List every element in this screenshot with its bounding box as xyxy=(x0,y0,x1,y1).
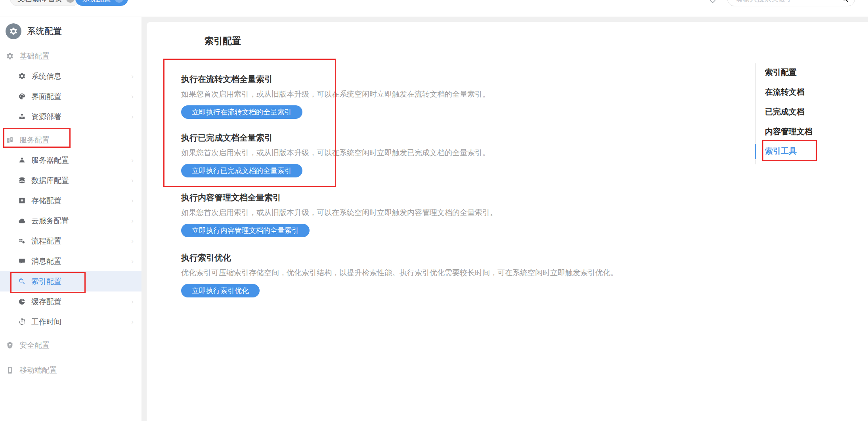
topbar: 文档编辑 首页 × 系统配置 × xyxy=(0,0,868,17)
search-icon xyxy=(18,278,26,285)
gear-icon xyxy=(6,52,14,60)
section-inflow-full-index: 执行在流转文档全量索引 如果您首次启用索引，或从旧版本升级，可以在系统空闲时立即… xyxy=(181,74,637,119)
section-description: 如果您首次启用索引，或从旧版本升级，可以在系统空闲时立即触发已完成文档的全量索引… xyxy=(181,147,637,158)
chevron-right-icon: › xyxy=(131,237,134,245)
tab-label: 文档编辑 首页 xyxy=(17,0,62,4)
shield-icon xyxy=(6,341,14,349)
chevron-down-icon[interactable] xyxy=(708,0,717,6)
chevron-right-icon: › xyxy=(131,93,134,101)
tab-system-config[interactable]: 系统配置 × xyxy=(75,0,128,6)
anchor-item-index-config[interactable]: 索引配置 xyxy=(765,67,797,77)
sidebar-item-message-config[interactable]: 消息配置› xyxy=(0,251,141,271)
mobile-icon xyxy=(6,366,14,374)
anchor-active-indicator xyxy=(755,144,756,159)
sidebar-item-index-config[interactable]: 索引配置 xyxy=(0,271,141,291)
sidebar-item-workflow-config[interactable]: 流程配置› xyxy=(0,231,141,251)
chevron-right-icon: › xyxy=(131,197,134,205)
section-heading: 执行索引优化 xyxy=(181,252,637,263)
chevron-right-icon: › xyxy=(131,177,134,185)
chevron-right-icon: › xyxy=(131,156,134,164)
run-completed-full-index-button[interactable]: 立即执行已完成文档的全量索引 xyxy=(181,164,302,177)
message-icon xyxy=(18,257,26,265)
sidebar: 系统配置 基础配置 系统信息› 界面配置› 资源部署› 服务配置 服务器配置› xyxy=(0,17,141,421)
search-icon[interactable] xyxy=(841,0,849,3)
database-icon xyxy=(18,177,26,184)
sidebar-item-resource-deploy[interactable]: 资源部署› xyxy=(0,107,141,127)
anchor-nav: 索引配置 在流转文档 已完成文档 内容管理文档 索引工具 xyxy=(755,61,842,172)
anchor-item-content-mgmt-docs[interactable]: 内容管理文档 xyxy=(765,126,813,137)
section-heading: 执行内容管理文档全量索引 xyxy=(181,192,637,203)
section-completed-full-index: 执行已完成文档全量索引 如果您首次启用索引，或从旧版本升级，可以在系统空闲时立即… xyxy=(181,132,637,177)
section-index-optimize: 执行索引优化 优化索引可压缩索引存储空间，优化索引结构，以提升检索性能。执行索引… xyxy=(181,252,637,297)
host-icon xyxy=(18,156,26,164)
timer-icon xyxy=(18,318,26,326)
sidebar-item-storage-config[interactable]: 存储配置› xyxy=(0,190,141,211)
sidebar-nav: 基础配置 系统信息› 界面配置› 资源部署› 服务配置 服务器配置› 数据库配置… xyxy=(0,45,141,380)
section-description: 优化索引可压缩索引存储空间，优化索引结构，以提升检索性能。执行索引优化需要较长时… xyxy=(181,267,637,278)
run-content-mgmt-full-index-button[interactable]: 立即执行内容管理文档的全量索引 xyxy=(181,224,310,237)
page-title: 索引配置 xyxy=(205,35,241,47)
search-input[interactable] xyxy=(728,0,841,3)
main-content: 索引配置 执行在流转文档全量索引 如果您首次启用索引，或从旧版本升级，可以在系统… xyxy=(147,22,868,421)
sidebar-title: 系统配置 xyxy=(27,25,62,37)
sidebar-item-work-time[interactable]: 工作时间› xyxy=(0,312,141,332)
section-content-mgmt-full-index: 执行内容管理文档全量索引 如果您首次启用索引，或从旧版本升级，可以在系统空闲时立… xyxy=(181,192,637,237)
palette-icon xyxy=(18,93,26,100)
sidebar-item-system-info[interactable]: 系统信息› xyxy=(0,66,141,86)
pie-chart-icon xyxy=(18,298,26,305)
tab-label: 系统配置 xyxy=(82,0,111,4)
anchor-item-completed-docs[interactable]: 已完成文档 xyxy=(765,107,805,117)
sidebar-item-server-config[interactable]: 服务器配置› xyxy=(0,150,141,170)
anchor-item-inflow-docs[interactable]: 在流转文档 xyxy=(765,87,805,97)
cloud-icon xyxy=(18,217,26,225)
sidebar-header: 系统配置 xyxy=(0,17,141,39)
tab-home[interactable]: 文档编辑 首页 × xyxy=(10,0,80,6)
sidebar-item-cloud-service-config[interactable]: 云服务配置› xyxy=(0,211,141,231)
chevron-right-icon: › xyxy=(131,72,134,80)
sidebar-group-mobile-config[interactable]: 移动端配置 xyxy=(0,360,141,380)
section-description: 如果您首次启用索引，或从旧版本升级，可以在系统空闲时立即触发内容管理文档的全量索… xyxy=(181,207,637,218)
chevron-right-icon: › xyxy=(131,257,134,265)
close-icon[interactable]: × xyxy=(115,0,123,3)
section-description: 如果您首次启用索引，或从旧版本升级，可以在系统空闲时立即触发在流转文档的全量索引… xyxy=(181,89,637,99)
workflow-icon xyxy=(18,237,26,245)
run-index-optimize-button[interactable]: 立即执行索引优化 xyxy=(181,284,260,297)
sidebar-item-cache-config[interactable]: 缓存配置› xyxy=(0,291,141,312)
sidebar-group-service-config[interactable]: 服务配置 xyxy=(0,130,141,150)
deploy-icon xyxy=(18,113,26,120)
run-inflow-full-index-button[interactable]: 立即执行在流转文档的全量索引 xyxy=(181,105,302,119)
section-heading: 执行在流转文档全量索引 xyxy=(181,74,637,85)
sidebar-item-database-config[interactable]: 数据库配置› xyxy=(0,170,141,190)
chevron-right-icon: › xyxy=(131,318,134,326)
search-box[interactable] xyxy=(727,0,855,6)
gear-icon xyxy=(18,72,26,80)
chevron-right-icon: › xyxy=(131,298,134,306)
sidebar-group-security-config[interactable]: 安全配置 xyxy=(0,335,141,355)
sidebar-item-ui-config[interactable]: 界面配置› xyxy=(0,86,141,107)
chevron-right-icon: › xyxy=(131,113,134,121)
anchor-item-index-tools[interactable]: 索引工具 xyxy=(765,146,797,156)
servers-icon xyxy=(6,136,14,144)
storage-icon xyxy=(18,197,26,204)
sidebar-group-basic-config[interactable]: 基础配置 xyxy=(0,46,141,66)
chevron-right-icon: › xyxy=(131,217,134,225)
system-config-logo-icon xyxy=(6,23,21,39)
close-icon[interactable]: × xyxy=(66,0,75,3)
section-heading: 执行已完成文档全量索引 xyxy=(181,132,637,143)
